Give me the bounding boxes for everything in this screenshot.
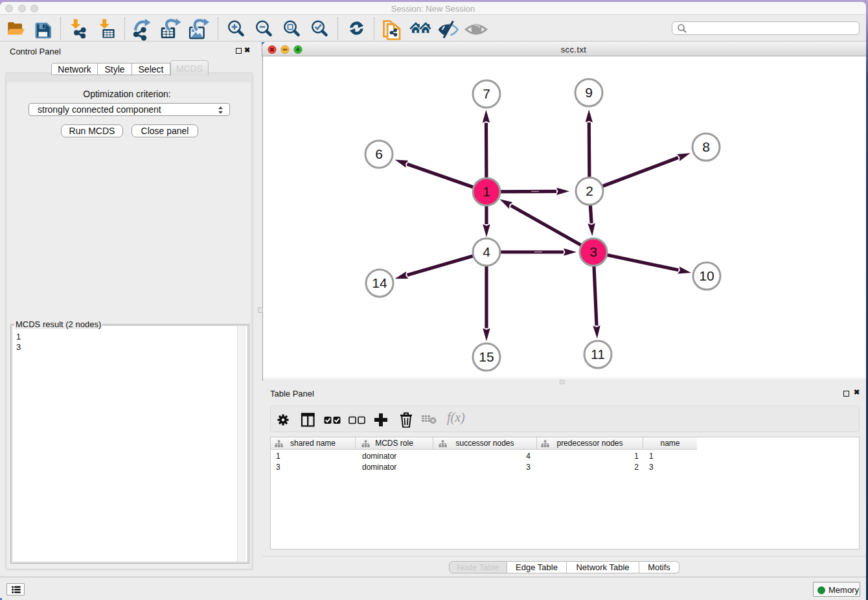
svg-text:8: 8 [702,139,710,154]
svg-text:9: 9 [585,85,593,100]
svg-text:6: 6 [375,146,383,161]
svg-text:1: 1 [483,184,490,199]
svg-text:14: 14 [372,275,387,290]
svg-text:4: 4 [483,244,490,259]
svg-text:10: 10 [699,268,714,283]
svg-text:3: 3 [589,244,597,259]
svg-text:11: 11 [591,347,605,362]
svg-text:2: 2 [586,183,593,198]
svg-text:7: 7 [483,86,490,101]
svg-text:15: 15 [479,349,494,364]
